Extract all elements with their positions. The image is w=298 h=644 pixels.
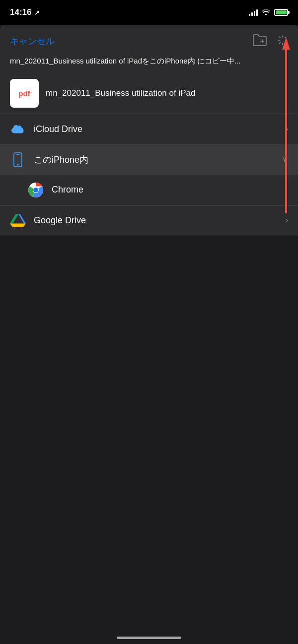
file-name: mn_202011_Business utilization of iPad <box>46 88 195 98</box>
location-arrow-icon: ↗ <box>34 9 40 16</box>
pdf-icon: pdf <box>10 79 39 108</box>
time-display: 14:16 <box>10 7 31 17</box>
svg-marker-9 <box>282 37 290 50</box>
status-bar: 14:16 ↗ <box>0 0 298 25</box>
icloud-drive-icon <box>10 121 26 137</box>
icloud-drive-label: iCloud Drive <box>34 124 286 134</box>
signal-bars-icon <box>249 9 258 16</box>
google-drive-label: Google Drive <box>34 215 286 226</box>
icloud-drive-row[interactable]: iCloud Drive › <box>0 114 298 144</box>
chrome-app-icon <box>28 182 44 198</box>
chrome-row[interactable]: Chrome <box>0 175 298 205</box>
svg-point-3 <box>17 164 19 165</box>
file-picker-panel: キャンセル mn_202011_Business utilization of … <box>0 25 298 235</box>
google-drive-row[interactable]: Google Drive › <box>0 205 298 235</box>
red-arrow-annotation <box>281 30 291 218</box>
svg-point-7 <box>33 188 38 193</box>
iphone-icon <box>10 152 26 168</box>
status-time: 14:16 ↗ <box>10 7 40 17</box>
cancel-button[interactable]: キャンセル <box>10 35 55 47</box>
chrome-label: Chrome <box>52 185 288 195</box>
home-indicator <box>117 637 181 639</box>
battery-fill <box>276 10 287 14</box>
empty-area <box>0 235 298 636</box>
folder-add-icon[interactable] <box>252 34 267 49</box>
location-list: iCloud Drive › このiPhone内 ∨ <box>0 114 298 235</box>
file-preview-row: pdf mn_202011_Business utilization of iP… <box>0 73 298 114</box>
this-iphone-label: このiPhone内 <box>34 154 282 166</box>
google-drive-icon <box>10 212 26 228</box>
header: キャンセル <box>0 25 298 55</box>
copy-status-message: mn_202011_Business utilization of iPadをこ… <box>0 55 298 73</box>
status-icons <box>249 8 288 16</box>
battery-icon <box>274 9 288 16</box>
wifi-icon <box>262 8 270 16</box>
this-iphone-row[interactable]: このiPhone内 ∨ <box>0 145 298 175</box>
